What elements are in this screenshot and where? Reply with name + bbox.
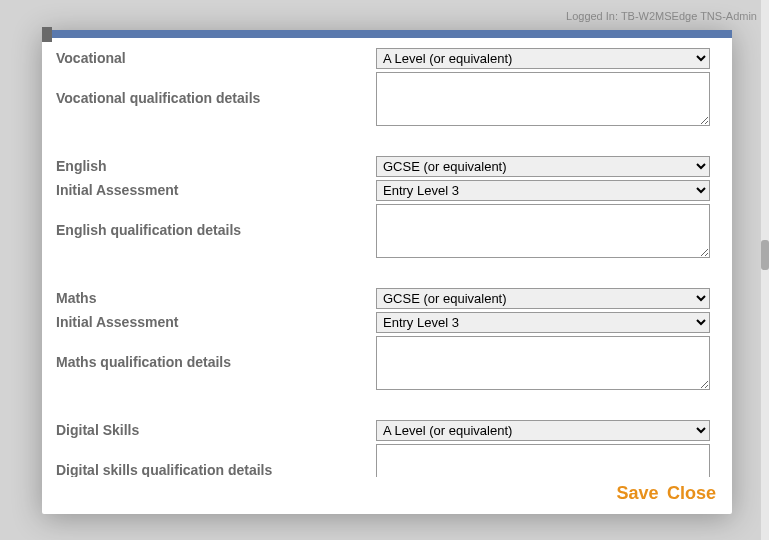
modal-header-bar bbox=[42, 30, 732, 38]
qualifications-modal: Vocational A Level (or equivalent) Vocat… bbox=[42, 30, 732, 514]
page-scrollbar-thumb[interactable] bbox=[761, 240, 769, 270]
english-details-row: English qualification details bbox=[56, 204, 710, 262]
digital-label: Digital Skills bbox=[56, 420, 376, 438]
maths-row: Maths GCSE (or equivalent) bbox=[56, 288, 710, 309]
logged-in-text: Logged In: TB-W2MSEdge TNS-Admin bbox=[566, 10, 757, 22]
english-assessment-select[interactable]: Entry Level 3 bbox=[376, 180, 710, 201]
english-details-label: English qualification details bbox=[56, 204, 376, 238]
modal-footer: Save Close bbox=[42, 477, 732, 514]
maths-select[interactable]: GCSE (or equivalent) bbox=[376, 288, 710, 309]
maths-label: Maths bbox=[56, 288, 376, 306]
digital-details-label: Digital skills qualification details bbox=[56, 444, 376, 477]
english-details-textarea[interactable] bbox=[376, 204, 710, 258]
maths-assessment-row: Initial Assessment Entry Level 3 bbox=[56, 312, 710, 333]
vocational-details-row: Vocational qualification details bbox=[56, 72, 710, 130]
english-label: English bbox=[56, 156, 376, 174]
digital-details-row: Digital skills qualification details bbox=[56, 444, 710, 477]
page-scrollbar-track bbox=[761, 0, 769, 540]
english-assessment-label: Initial Assessment bbox=[56, 180, 376, 198]
digital-row: Digital Skills A Level (or equivalent) bbox=[56, 420, 710, 441]
maths-details-row: Maths qualification details bbox=[56, 336, 710, 394]
english-select[interactable]: GCSE (or equivalent) bbox=[376, 156, 710, 177]
english-row: English GCSE (or equivalent) bbox=[56, 156, 710, 177]
english-assessment-row: Initial Assessment Entry Level 3 bbox=[56, 180, 710, 201]
vocational-label: Vocational bbox=[56, 48, 376, 66]
maths-assessment-label: Initial Assessment bbox=[56, 312, 376, 330]
vocational-details-label: Vocational qualification details bbox=[56, 72, 376, 106]
maths-details-textarea[interactable] bbox=[376, 336, 710, 390]
vocational-details-textarea[interactable] bbox=[376, 72, 710, 126]
maths-assessment-select[interactable]: Entry Level 3 bbox=[376, 312, 710, 333]
modal-body: Vocational A Level (or equivalent) Vocat… bbox=[42, 38, 732, 477]
vocational-select[interactable]: A Level (or equivalent) bbox=[376, 48, 710, 69]
save-button[interactable]: Save bbox=[616, 483, 658, 503]
close-button[interactable]: Close bbox=[667, 483, 716, 503]
digital-select[interactable]: A Level (or equivalent) bbox=[376, 420, 710, 441]
maths-details-label: Maths qualification details bbox=[56, 336, 376, 370]
vocational-row: Vocational A Level (or equivalent) bbox=[56, 48, 710, 69]
digital-details-textarea[interactable] bbox=[376, 444, 710, 477]
